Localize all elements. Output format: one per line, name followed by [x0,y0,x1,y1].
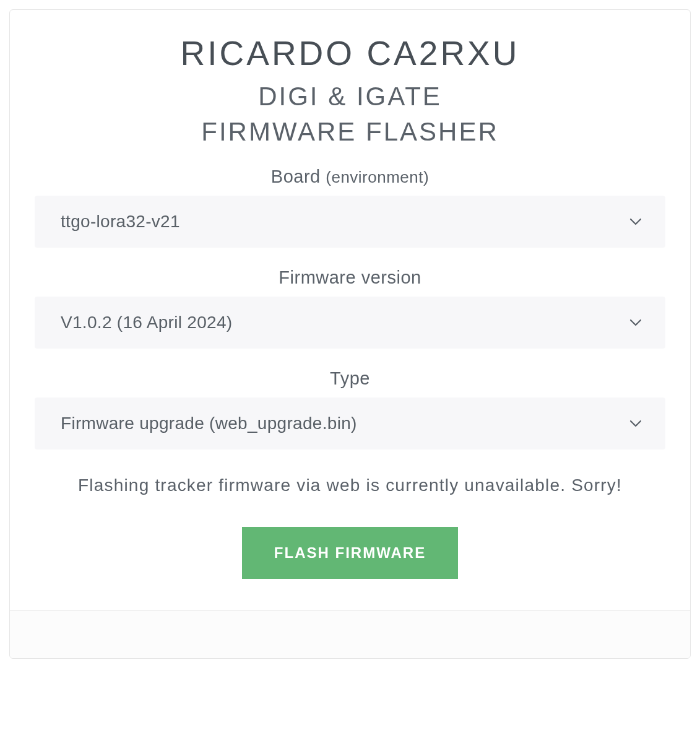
card-body: RICARDO CA2RXU DIGI & IGATE FIRMWARE FLA… [10,10,690,610]
page-subtitle: DIGI & IGATE FIRMWARE FLASHER [35,79,665,149]
board-label-main: Board [271,167,321,186]
type-label: Type [35,368,665,389]
board-label: Board (environment) [35,167,665,187]
flash-firmware-button[interactable]: FLASH FIRMWARE [242,527,458,579]
firmware-version-select[interactable]: V1.0.2 (16 April 2024) [35,297,665,349]
page-title: RICARDO CA2RXU [35,33,665,73]
board-select[interactable]: ttgo-lora32-v21 [35,196,665,248]
firmware-select-wrapper: V1.0.2 (16 April 2024) [35,297,665,349]
status-message: Flashing tracker firmware via web is cur… [35,472,665,500]
board-label-sub: (environment) [326,168,429,186]
type-select-wrapper: Firmware upgrade (web_upgrade.bin) [35,398,665,450]
type-select[interactable]: Firmware upgrade (web_upgrade.bin) [35,398,665,450]
firmware-version-label: Firmware version [35,267,665,288]
card-footer [10,610,690,658]
subtitle-line-2: FIRMWARE FLASHER [201,117,498,146]
subtitle-line-1: DIGI & IGATE [258,82,442,111]
board-select-wrapper: ttgo-lora32-v21 [35,196,665,248]
flasher-card: RICARDO CA2RXU DIGI & IGATE FIRMWARE FLA… [9,9,691,659]
